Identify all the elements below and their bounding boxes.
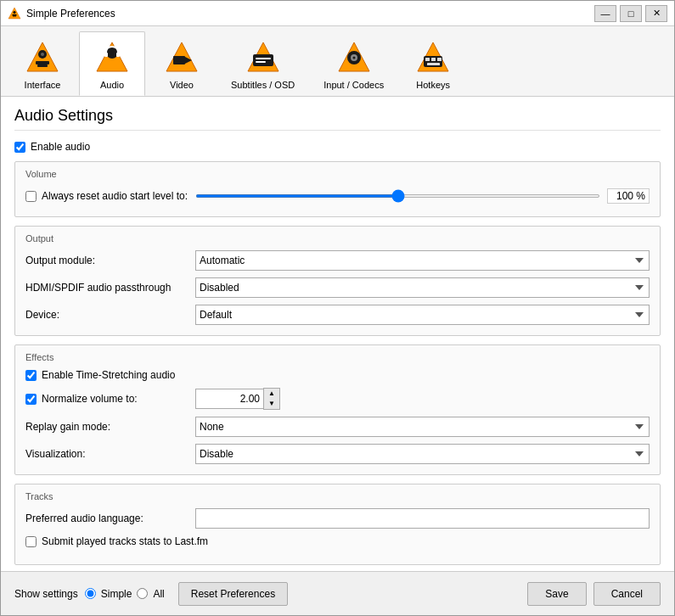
spinbox-up-button[interactable]: ▲	[264, 389, 279, 399]
show-settings-label: Show settings	[14, 588, 78, 600]
svg-point-23	[352, 57, 355, 59]
replay-gain-control: None Track Album	[195, 417, 650, 437]
normalize-spinbox: ▲ ▼	[195, 388, 650, 410]
enable-audio-row: Enable audio	[14, 141, 661, 153]
time-stretching-checkbox[interactable]	[25, 370, 37, 381]
normalize-row: Normalize volume to: ▲ ▼	[25, 388, 650, 410]
cancel-button[interactable]: Cancel	[593, 582, 661, 606]
main-window: Simple Preferences — □ ✕ Interface	[0, 0, 675, 616]
title-bar: Simple Preferences — □ ✕	[1, 1, 674, 26]
svg-rect-19	[256, 61, 266, 63]
output-module-row: Output module: Automatic DirectSound Wav…	[25, 250, 650, 271]
always-reset-row: Always reset audio start level to: 100 %	[25, 186, 650, 206]
effects-section-title: Effects	[25, 352, 650, 362]
replay-gain-row: Replay gain mode: None Track Album	[25, 417, 650, 437]
visualization-row: Visualization: Disable Spectrometer Scop…	[25, 444, 650, 464]
svg-rect-18	[256, 58, 271, 59]
interface-icon	[22, 37, 63, 78]
normalize-label[interactable]: Normalize volume to:	[42, 393, 138, 405]
visualization-control: Disable Spectrometer Scope Spectrum	[195, 444, 650, 464]
enable-audio-checkbox[interactable]	[14, 142, 25, 153]
nav-item-hotkeys[interactable]: Hotkeys	[400, 31, 466, 96]
output-module-select[interactable]: Automatic DirectSound WaveOut WASAPI	[195, 250, 650, 271]
preferred-language-label: Preferred audio language:	[25, 512, 195, 524]
svg-rect-27	[431, 58, 436, 61]
page-title: Audio Settings	[14, 107, 661, 131]
reset-preferences-button[interactable]: Reset Preferences	[178, 582, 288, 606]
vlc-icon	[8, 7, 21, 20]
svg-point-3	[14, 11, 16, 14]
hdmi-select[interactable]: Disabled Enabled	[195, 277, 650, 298]
nav-video-label: Video	[170, 80, 194, 90]
spinbox-buttons: ▲ ▼	[263, 388, 280, 410]
window-controls: — □ ✕	[594, 5, 667, 22]
nav-item-video[interactable]: Video	[149, 31, 215, 96]
hotkeys-icon	[413, 37, 453, 78]
maximize-button[interactable]: □	[620, 5, 642, 22]
radio-group: Simple All	[85, 588, 165, 600]
svg-rect-1	[13, 14, 17, 16]
volume-section-title: Volume	[25, 169, 650, 179]
output-module-control: Automatic DirectSound WaveOut WASAPI	[195, 250, 650, 271]
normalize-checkbox[interactable]	[25, 394, 37, 405]
action-buttons: Save Cancel	[527, 582, 661, 606]
volume-slider[interactable]	[195, 194, 600, 198]
save-button[interactable]: Save	[527, 582, 586, 606]
close-button[interactable]: ✕	[645, 5, 667, 22]
preferred-language-control	[195, 508, 650, 529]
nav-hotkeys-label: Hotkeys	[416, 80, 450, 90]
preferred-language-input[interactable]	[195, 508, 650, 529]
audio-icon	[92, 37, 132, 78]
device-label: Device:	[25, 309, 195, 321]
nav-item-subtitles[interactable]: Subtitles / OSD	[218, 31, 307, 96]
svg-rect-25	[424, 56, 442, 67]
svg-rect-6	[37, 64, 48, 67]
window-title: Simple Preferences	[26, 8, 594, 20]
submit-stats-checkbox[interactable]	[25, 536, 37, 547]
spinbox-down-button[interactable]: ▼	[264, 399, 279, 409]
nav-audio-label: Audio	[100, 80, 124, 90]
svg-rect-5	[36, 61, 49, 64]
svg-point-8	[41, 53, 44, 56]
subtitles-icon	[243, 37, 284, 78]
simple-radio[interactable]	[85, 588, 96, 599]
time-stretching-label[interactable]: Enable Time-Stretching audio	[42, 369, 175, 381]
svg-rect-14	[173, 56, 185, 64]
submit-stats-row: Submit played tracks stats to Last.fm	[25, 535, 650, 547]
svg-rect-28	[437, 58, 442, 61]
preferred-language-row: Preferred audio language:	[25, 508, 650, 529]
device-select[interactable]: Default	[195, 305, 650, 325]
hdmi-label: HDMI/SPDIF audio passthrough	[25, 282, 195, 294]
normalize-value-input[interactable]	[195, 389, 263, 409]
normalize-container: Normalize volume to:	[25, 393, 195, 405]
minimize-button[interactable]: —	[594, 5, 616, 22]
svg-rect-12	[116, 53, 120, 57]
simple-label[interactable]: Simple	[101, 588, 132, 600]
always-reset-checkbox[interactable]	[25, 191, 37, 202]
tracks-section-title: Tracks	[25, 491, 650, 501]
nav-interface-label: Interface	[25, 80, 61, 90]
all-label[interactable]: All	[153, 588, 164, 600]
effects-section: Effects Enable Time-Stretching audio Nor…	[14, 344, 661, 475]
replay-gain-select[interactable]: None Track Album	[195, 417, 650, 437]
nav-item-input[interactable]: Input / Codecs	[311, 31, 397, 96]
volume-section: Volume Always reset audio start level to…	[14, 161, 661, 217]
svg-rect-17	[253, 54, 273, 66]
visualization-select[interactable]: Disable Spectrometer Scope Spectrum	[195, 444, 650, 464]
device-row: Device: Default	[25, 305, 650, 325]
all-radio[interactable]	[137, 588, 148, 599]
enable-audio-label[interactable]: Enable audio	[31, 141, 90, 153]
nav-bar: Interface Audio	[1, 26, 674, 97]
svg-rect-2	[13, 15, 16, 16]
nav-item-audio[interactable]: Audio	[79, 31, 145, 96]
main-content: Audio Settings Enable audio Volume Alway…	[1, 97, 674, 571]
bottom-bar: Show settings Simple All Reset Preferenc…	[1, 571, 674, 615]
always-reset-container: Always reset audio start level to:	[25, 190, 195, 202]
always-reset-label[interactable]: Always reset audio start level to:	[42, 190, 188, 202]
visualization-label: Visualization:	[25, 448, 195, 460]
device-control: Default	[195, 305, 650, 325]
hdmi-control: Disabled Enabled	[195, 277, 650, 298]
submit-stats-label[interactable]: Submit played tracks stats to Last.fm	[42, 535, 208, 547]
nav-item-interface[interactable]: Interface	[9, 31, 76, 96]
output-section: Output Output module: Automatic DirectSo…	[14, 226, 661, 336]
